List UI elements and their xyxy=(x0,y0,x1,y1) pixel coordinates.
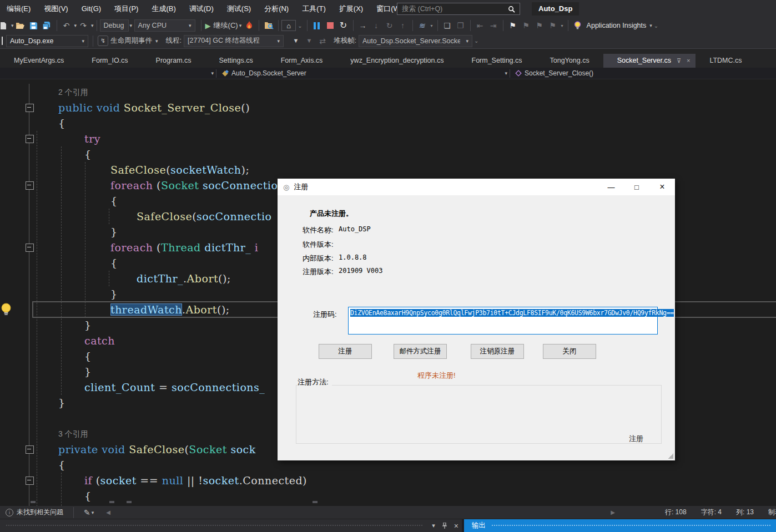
status-line-number[interactable]: 行: 108 xyxy=(665,508,687,517)
menu-item[interactable]: 工具(T) xyxy=(295,0,332,18)
uncomment-icon[interactable]: ❐ xyxy=(454,19,467,32)
tab-Form_IO.cs[interactable]: Form_IO.cs xyxy=(78,54,142,68)
menu-item[interactable]: 分析(N) xyxy=(258,0,295,18)
chevron-down-icon[interactable]: ▾ xyxy=(649,23,652,28)
code-line[interactable]: public void Socket_Server_Close() xyxy=(0,100,776,115)
project-dropdown[interactable]: ▾ xyxy=(0,70,214,76)
lifecycle-events-dropdown[interactable]: 生命周期事件 xyxy=(110,36,152,45)
save-icon[interactable] xyxy=(27,19,41,32)
menu-item[interactable]: 项目(P) xyxy=(108,0,145,18)
redo-icon[interactable]: ↷ xyxy=(77,19,90,32)
new-file-icon[interactable] xyxy=(0,19,10,32)
clear-bookmarks-icon[interactable]: ⚑ xyxy=(546,19,560,32)
bookmark-icon[interactable]: ⚑ xyxy=(506,19,520,32)
undo-icon[interactable]: ↶ xyxy=(60,19,73,32)
quick-actions-lightbulb-icon[interactable] xyxy=(1,303,12,316)
code-line[interactable]: if (socket == null || !socket.Connected) xyxy=(0,473,776,488)
code-line[interactable]: { xyxy=(0,146,776,162)
dialog-button-注销原注册[interactable]: 注销原注册 xyxy=(471,344,524,359)
increase-indent-icon[interactable]: ⇥ xyxy=(487,19,500,32)
toolbar-overflow-icon[interactable]: ⌄ xyxy=(474,38,478,44)
prev-bookmark-icon[interactable]: ⚑ xyxy=(520,19,533,32)
output-panel-header[interactable]: 输出 xyxy=(464,519,776,532)
chevron-down-icon[interactable]: ▾ xyxy=(561,23,563,28)
tab-LTDMC.cs[interactable]: LTDMC.cs xyxy=(696,54,755,68)
collapse-region-icon[interactable] xyxy=(26,244,34,252)
close-icon[interactable]: × xyxy=(454,521,458,530)
save-all-icon[interactable] xyxy=(41,19,54,32)
lifecycle-events-icon[interactable]: ↯ xyxy=(98,36,108,46)
step-into-icon[interactable]: ↓ xyxy=(370,19,383,32)
close-button[interactable]: × xyxy=(649,179,675,195)
code-line[interactable]: SafeClose(socketWatch); xyxy=(0,162,776,178)
restart-icon[interactable]: ↻ xyxy=(337,19,350,32)
toggle-flagged-icon[interactable]: ⇄ xyxy=(316,34,329,48)
minimize-button[interactable]: — xyxy=(598,179,624,195)
solution-config-dropdown[interactable]: Debug▾ xyxy=(100,19,129,32)
menu-item[interactable]: 扩展(X) xyxy=(332,0,370,18)
collapse-region-icon[interactable] xyxy=(26,477,34,485)
status-col-number[interactable]: 列: 13 xyxy=(736,508,754,517)
process-dropdown[interactable]: Auto_Dsp.exe▾ xyxy=(6,35,88,47)
dialog-title-bar[interactable]: ◎ 注册 — □ × xyxy=(278,179,675,195)
tab-Form_Setting.cs[interactable]: Form_Setting.cs xyxy=(458,54,536,68)
group-register-label[interactable]: 注册 xyxy=(629,434,643,444)
close-icon[interactable]: × xyxy=(687,57,690,64)
menu-item[interactable]: 调试(D) xyxy=(183,0,220,18)
status-tabs-mode[interactable]: 制表符 xyxy=(768,508,776,517)
collapse-region-icon[interactable] xyxy=(26,104,34,112)
scroll-right-icon[interactable]: ▶ xyxy=(611,510,615,515)
type-dropdown[interactable]: Auto_Dsp.Socket_Server ▾ xyxy=(219,69,507,77)
show-next-statement-icon[interactable]: → xyxy=(356,19,370,32)
open-folder-icon[interactable] xyxy=(14,19,27,32)
tab-Program.cs[interactable]: Program.cs xyxy=(142,54,205,68)
thread-dropdown[interactable]: [27704] GC 终结器线程▾ xyxy=(184,35,284,47)
menu-item[interactable]: Git(G) xyxy=(75,0,108,18)
member-dropdown[interactable]: Socket_Server_Close() xyxy=(512,69,593,77)
step-over-icon[interactable]: ↻ xyxy=(383,19,396,32)
break-all-icon[interactable] xyxy=(310,19,324,32)
tab-Form_Axis.cs[interactable]: Form_Axis.cs xyxy=(267,54,337,68)
status-char-number[interactable]: 字符: 4 xyxy=(701,508,722,517)
tab-TongYong.cs[interactable]: TongYong.cs xyxy=(536,54,603,68)
issues-icon[interactable]: i xyxy=(6,509,13,516)
resize-grip[interactable] xyxy=(668,453,673,459)
collapse-region-icon[interactable] xyxy=(26,135,34,143)
pin-icon[interactable] xyxy=(442,523,447,529)
reg-code-textbox[interactable]: DiZVOEnAe8axarH9QnpSyco0g0RlQqlFwjP3b7i0… xyxy=(348,307,658,335)
codelens-references[interactable]: 2 个引用 xyxy=(0,84,776,100)
code-cleanup-icon[interactable]: ≋ xyxy=(414,19,430,32)
filter-off-icon[interactable]: ▼ xyxy=(303,34,316,48)
collapse-region-icon[interactable] xyxy=(26,181,34,190)
filter-threads-icon[interactable]: ▼ xyxy=(289,34,303,48)
window-menu-icon[interactable]: ▾ xyxy=(432,522,435,529)
code-line[interactable]: try xyxy=(0,131,776,146)
scroll-left-icon[interactable]: ◀ xyxy=(106,510,110,515)
search-box[interactable]: 搜索 (Ctrl+Q) xyxy=(397,3,520,15)
chevron-down-icon[interactable]: ▾ xyxy=(91,23,94,28)
continue-button[interactable]: ▶ 继续(C) ▾ xyxy=(204,19,243,32)
tab-Socket_Server.cs[interactable]: Socket_Server.cs⊽× xyxy=(603,54,696,68)
collapse-region-icon[interactable] xyxy=(26,445,34,454)
platform-dropdown[interactable]: Any CPU▾ xyxy=(134,19,195,32)
insights-label[interactable]: Application Insights xyxy=(587,22,647,29)
chevron-down-icon[interactable]: ▾ xyxy=(92,510,94,515)
stop-debug-icon[interactable] xyxy=(324,19,337,32)
tab-Settings.cs[interactable]: Settings.cs xyxy=(205,54,267,68)
decrease-indent-icon[interactable]: ⇤ xyxy=(473,19,487,32)
hot-reload-icon[interactable] xyxy=(243,19,256,32)
comment-icon[interactable]: ❏ xyxy=(441,19,454,32)
dialog-button-注册[interactable]: 注册 xyxy=(319,344,372,359)
dialog-button-关闭[interactable]: 关闭 xyxy=(543,344,596,359)
tool-window-header[interactable]: ▾ × xyxy=(0,519,462,532)
find-in-files-icon[interactable] xyxy=(262,19,275,32)
tab-MyEventArgs.cs[interactable]: MyEventArgs.cs xyxy=(0,54,78,68)
insights-bulb-icon[interactable] xyxy=(571,19,584,32)
startup-window-icon[interactable]: ⌂ xyxy=(281,20,296,31)
code-line[interactable]: { xyxy=(0,115,776,131)
code-fix-pen-icon[interactable]: ✎ xyxy=(84,509,90,516)
tab-ywz_Encryption_decryption.cs[interactable]: ywz_Encryption_decryption.cs xyxy=(336,54,457,68)
next-bookmark-icon[interactable]: ⚑ xyxy=(533,19,546,32)
step-out-icon[interactable]: ↑ xyxy=(396,19,410,32)
chevron-down-icon[interactable]: ▾ xyxy=(431,23,433,28)
